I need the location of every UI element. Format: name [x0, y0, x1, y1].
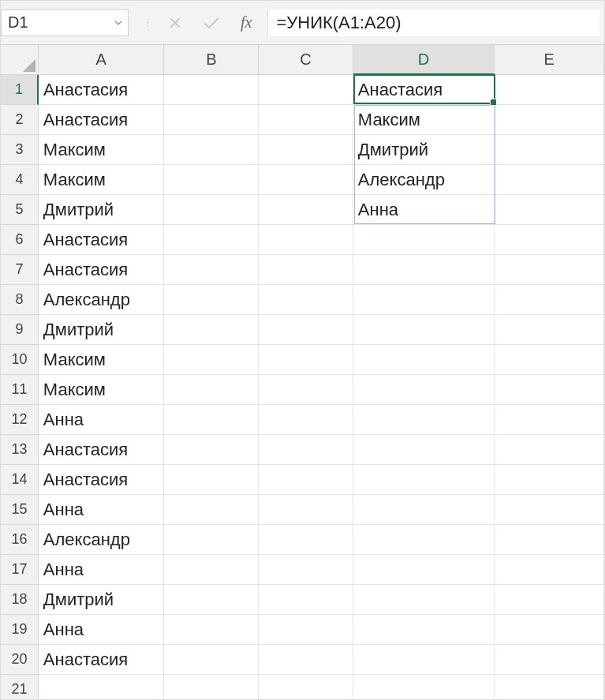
cell-A21[interactable]	[39, 675, 165, 700]
cell-D10[interactable]	[353, 345, 495, 375]
row-header-6[interactable]: 6	[1, 225, 39, 255]
cell-D2[interactable]: Максим	[353, 105, 495, 135]
cell-B6[interactable]	[164, 225, 259, 255]
select-all-corner[interactable]	[1, 45, 39, 75]
cell-E4[interactable]	[495, 165, 604, 195]
row-header-4[interactable]: 4	[1, 165, 39, 195]
cell-C13[interactable]	[259, 435, 353, 465]
cell-B9[interactable]	[164, 315, 259, 345]
cell-E13[interactable]	[495, 435, 604, 465]
cell-A15[interactable]: Анна	[39, 495, 165, 525]
cell-C19[interactable]	[259, 615, 353, 645]
cell-A12[interactable]: Анна	[39, 405, 165, 435]
cell-B3[interactable]	[164, 135, 259, 165]
column-header-D[interactable]: D	[353, 45, 495, 75]
cell-C16[interactable]	[259, 525, 353, 555]
cell-E20[interactable]	[495, 645, 604, 675]
cell-D5[interactable]: Анна	[353, 195, 495, 225]
cell-E14[interactable]	[495, 465, 604, 495]
cell-B4[interactable]	[164, 165, 259, 195]
cell-B13[interactable]	[164, 435, 259, 465]
cell-E8[interactable]	[495, 285, 604, 315]
cell-C12[interactable]	[259, 405, 353, 435]
row-header-20[interactable]: 20	[1, 645, 39, 675]
cell-B18[interactable]	[164, 585, 259, 615]
cell-D21[interactable]	[353, 675, 495, 700]
cell-C1[interactable]	[259, 75, 353, 105]
cell-E1[interactable]	[495, 75, 604, 105]
cell-E19[interactable]	[495, 615, 604, 645]
cell-E11[interactable]	[495, 375, 604, 405]
cell-A14[interactable]: Анастасия	[39, 465, 165, 495]
cell-C10[interactable]	[259, 345, 353, 375]
cell-E5[interactable]	[495, 195, 604, 225]
cell-C18[interactable]	[259, 585, 353, 615]
row-header-1[interactable]: 1	[1, 75, 39, 105]
cell-B20[interactable]	[164, 645, 259, 675]
cell-C7[interactable]	[259, 255, 353, 285]
cell-A6[interactable]: Анастасия	[39, 225, 165, 255]
cell-A4[interactable]: Максим	[39, 165, 165, 195]
cell-E21[interactable]	[495, 675, 604, 700]
name-box-dropdown-icon[interactable]	[114, 18, 123, 28]
cell-D13[interactable]	[353, 435, 495, 465]
row-header-7[interactable]: 7	[1, 255, 39, 285]
cell-E2[interactable]	[495, 105, 604, 135]
row-header-16[interactable]: 16	[1, 525, 39, 555]
cell-D8[interactable]	[353, 285, 495, 315]
cell-A5[interactable]: Дмитрий	[39, 195, 165, 225]
cell-D16[interactable]	[353, 525, 495, 555]
cell-B14[interactable]	[164, 465, 259, 495]
cell-D15[interactable]	[353, 495, 495, 525]
cell-A20[interactable]: Анастасия	[39, 645, 165, 675]
cell-A9[interactable]: Дмитрий	[39, 315, 165, 345]
cell-C11[interactable]	[259, 375, 353, 405]
cell-C20[interactable]	[259, 645, 353, 675]
cell-B19[interactable]	[164, 615, 259, 645]
cell-D18[interactable]	[353, 585, 495, 615]
cell-D1[interactable]: Анастасия	[353, 75, 495, 105]
cell-A8[interactable]: Александр	[39, 285, 165, 315]
enter-formula-button[interactable]	[201, 13, 222, 33]
row-header-10[interactable]: 10	[1, 345, 39, 375]
cell-B8[interactable]	[164, 285, 259, 315]
cell-E15[interactable]	[495, 495, 604, 525]
cell-C4[interactable]	[259, 165, 353, 195]
column-header-C[interactable]: C	[259, 45, 353, 75]
row-header-3[interactable]: 3	[1, 135, 39, 165]
cell-A10[interactable]: Максим	[39, 345, 165, 375]
cell-B2[interactable]	[164, 105, 259, 135]
cell-A16[interactable]: Александр	[39, 525, 165, 555]
row-header-11[interactable]: 11	[1, 375, 39, 405]
cell-D11[interactable]	[353, 375, 495, 405]
column-header-B[interactable]: B	[164, 45, 259, 75]
cell-B17[interactable]	[164, 555, 259, 585]
cell-A17[interactable]: Анна	[39, 555, 165, 585]
cell-D12[interactable]	[353, 405, 495, 435]
cell-E3[interactable]	[495, 135, 604, 165]
cell-C9[interactable]	[259, 315, 353, 345]
cell-D6[interactable]	[353, 225, 495, 255]
row-header-18[interactable]: 18	[1, 585, 39, 615]
cell-A3[interactable]: Максим	[39, 135, 165, 165]
cell-E9[interactable]	[495, 315, 604, 345]
cell-C15[interactable]	[259, 495, 353, 525]
cell-C6[interactable]	[259, 225, 353, 255]
cell-D19[interactable]	[353, 615, 495, 645]
row-header-19[interactable]: 19	[1, 615, 39, 645]
column-header-A[interactable]: A	[39, 45, 165, 75]
cell-A13[interactable]: Анастасия	[39, 435, 165, 465]
row-header-13[interactable]: 13	[1, 435, 39, 465]
column-header-E[interactable]: E	[495, 45, 604, 75]
drag-handle-icon[interactable]	[146, 13, 149, 33]
row-header-17[interactable]: 17	[1, 555, 39, 585]
cell-C8[interactable]	[259, 285, 353, 315]
row-header-9[interactable]: 9	[1, 315, 39, 345]
cell-B5[interactable]	[164, 195, 259, 225]
cell-C14[interactable]	[259, 465, 353, 495]
cell-B21[interactable]	[164, 675, 259, 700]
row-header-14[interactable]: 14	[1, 465, 39, 495]
row-header-12[interactable]: 12	[1, 405, 39, 435]
row-header-15[interactable]: 15	[1, 495, 39, 525]
cell-D3[interactable]: Дмитрий	[353, 135, 495, 165]
